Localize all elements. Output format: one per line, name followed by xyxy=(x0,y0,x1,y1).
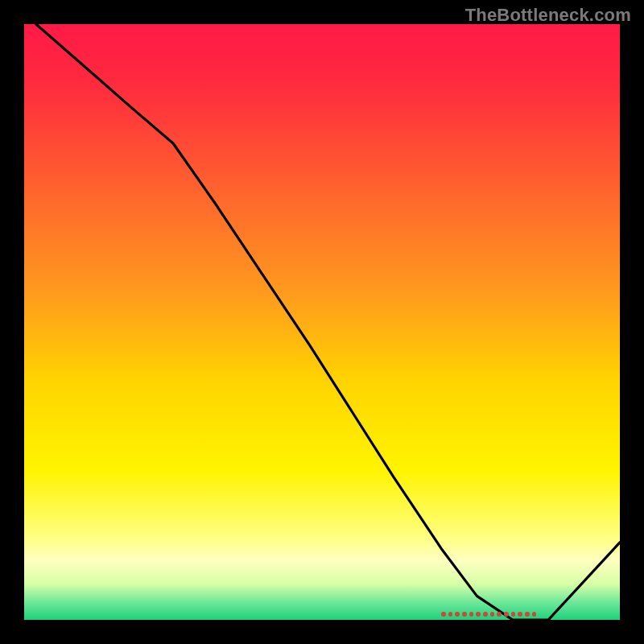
marker-dot xyxy=(532,612,537,617)
marker-dot xyxy=(490,612,495,617)
marker-dot xyxy=(504,612,509,617)
marker-dot xyxy=(441,612,446,617)
watermark-text: TheBottleneck.com xyxy=(465,5,631,26)
marker-dot xyxy=(483,612,488,617)
bottleneck-curve xyxy=(24,24,620,620)
chart-frame: TheBottleneck.com xyxy=(0,0,644,644)
optimal-range-marker xyxy=(441,611,536,617)
marker-dot xyxy=(525,612,530,617)
marker-dot xyxy=(448,612,453,617)
marker-dot xyxy=(476,612,481,617)
marker-dot xyxy=(462,612,467,617)
marker-dot xyxy=(518,612,522,617)
marker-dot xyxy=(511,612,516,617)
marker-dot xyxy=(497,612,502,617)
marker-dot xyxy=(455,612,460,617)
plot-area xyxy=(24,24,620,620)
marker-dot xyxy=(469,612,474,617)
